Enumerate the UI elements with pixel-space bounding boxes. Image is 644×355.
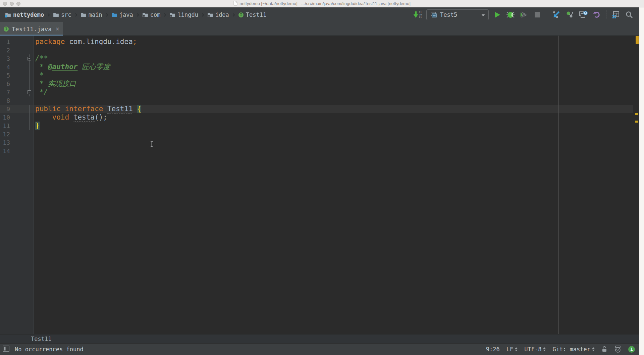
highlighting-level-hector-icon[interactable] xyxy=(614,346,622,353)
vcs-rollback-icon[interactable] xyxy=(592,10,602,20)
line-number: 3 xyxy=(3,54,10,63)
code-line-10[interactable]: void testa(); xyxy=(34,113,633,122)
code-token: package xyxy=(35,38,69,46)
line-number: 14 xyxy=(3,147,10,155)
line-number: 7 xyxy=(3,88,10,96)
code-line-2[interactable] xyxy=(34,46,633,54)
stop-icon[interactable] xyxy=(532,10,542,20)
breadcrumb-label: src xyxy=(61,11,71,18)
breadcrumb-item-nettydemo[interactable]: nettydemo xyxy=(4,11,45,19)
fold-collapse-icon[interactable] xyxy=(28,57,31,60)
code-line-8[interactable] xyxy=(34,96,633,105)
line-separator-widget[interactable]: LF xyxy=(506,346,518,353)
window-title-area: nettydemo [~/data/nettydemo] - .../src/m… xyxy=(0,0,644,7)
updown-arrows-icon xyxy=(543,347,546,351)
breadcrumb-item-test11[interactable]: ITest11 xyxy=(237,11,267,19)
minimize-window-button[interactable] xyxy=(10,2,14,6)
caret-position-widget[interactable]: 9:26 xyxy=(486,346,500,353)
code-line-6[interactable]: * 实现接口 xyxy=(34,80,633,88)
code-line-1[interactable]: package com.lingdu.idea; xyxy=(34,38,633,46)
breadcrumb-item-src[interactable]: src xyxy=(52,11,72,19)
folder-icon xyxy=(80,12,87,17)
run-icon[interactable] xyxy=(492,10,502,20)
updown-arrows-icon xyxy=(592,347,595,351)
fold-collapse-icon[interactable] xyxy=(28,90,31,94)
breadcrumb-item-com[interactable]: com xyxy=(141,11,162,19)
update-running-application-icon[interactable]: 011001 xyxy=(413,10,423,20)
editor-breadcrumb-bar: Test11 xyxy=(0,334,639,343)
window-title: nettydemo [~/data/nettydemo] - .../src/m… xyxy=(239,1,411,6)
breadcrumb-label: idea xyxy=(215,11,229,18)
code-line-11[interactable]: } xyxy=(34,122,633,130)
notification-badge[interactable]: 1 xyxy=(628,346,635,353)
close-tab-icon[interactable]: × xyxy=(56,26,59,32)
vcs-history-icon[interactable] xyxy=(578,10,588,20)
toolbar-separator xyxy=(606,10,606,19)
interface-icon: I xyxy=(238,12,244,18)
write-access-lock-icon[interactable] xyxy=(601,346,607,353)
code-token xyxy=(35,113,52,121)
code-token xyxy=(133,105,137,113)
run-with-coverage-icon[interactable] xyxy=(519,10,529,20)
chevron-separator-icon xyxy=(231,13,235,16)
fold-region-line xyxy=(29,63,30,71)
code-editor[interactable]: 1234567891011121314 package com.lingdu.i… xyxy=(0,36,639,334)
tab-test11-java[interactable]: I Test11.java × xyxy=(0,22,63,36)
line-number: 9 xyxy=(3,105,10,113)
code-token: * xyxy=(35,63,48,71)
code-line-5[interactable]: * xyxy=(34,71,633,80)
code-token: com.lingdu.idea xyxy=(69,38,133,46)
code-line-4[interactable]: * @author 匠心零度 xyxy=(34,63,633,71)
search-everywhere-icon[interactable] xyxy=(624,10,634,20)
encoding-widget[interactable]: UTF-8 xyxy=(524,346,546,353)
code-line-7[interactable]: */ xyxy=(34,88,633,96)
breadcrumb-current-element[interactable]: Test11 xyxy=(31,336,51,342)
toolwindow-toggle-icon[interactable] xyxy=(3,346,9,353)
fold-region-line xyxy=(29,105,30,113)
code-line-3[interactable]: /** xyxy=(34,54,633,63)
breadcrumb-item-lingdu[interactable]: lingdu xyxy=(168,11,199,19)
project-structure-icon[interactable] xyxy=(611,10,621,20)
code-line-14[interactable] xyxy=(34,147,633,155)
error-stripe-warning-mark[interactable] xyxy=(635,113,638,115)
git-branch-widget[interactable]: Git: master xyxy=(552,346,595,353)
breadcrumb-item-java[interactable]: java xyxy=(110,11,134,19)
gutter-row: 11 xyxy=(0,122,34,130)
debug-icon[interactable] xyxy=(505,10,516,20)
breadcrumb-item-main[interactable]: main xyxy=(79,11,103,19)
chevron-separator-icon xyxy=(201,13,204,16)
code-token: () xyxy=(95,113,103,121)
right-margin-guide xyxy=(558,36,559,334)
code-token: Test11 xyxy=(107,105,133,113)
code-token: testa xyxy=(73,113,95,121)
zoom-window-button[interactable] xyxy=(16,2,20,6)
error-stripe-status-indicator[interactable] xyxy=(636,36,639,44)
gutter-row: 14 xyxy=(0,147,34,155)
gutter-row: 12 xyxy=(0,130,34,138)
line-number: 11 xyxy=(3,122,10,130)
run-configuration-label: Test5 xyxy=(440,11,479,18)
breadcrumb-label: nettydemo xyxy=(13,11,44,18)
code-token: * 实现接口 xyxy=(35,80,76,88)
breadcrumb-item-idea[interactable]: idea xyxy=(206,11,230,19)
breadcrumb-label: main xyxy=(89,11,102,18)
chevron-separator-icon xyxy=(136,13,139,16)
vcs-commit-icon[interactable] xyxy=(565,10,575,20)
code-token: @author xyxy=(48,63,78,71)
code-line-13[interactable] xyxy=(34,138,633,147)
code-line-9[interactable]: public interface Test11 { xyxy=(34,105,633,113)
line-number: 10 xyxy=(3,113,10,122)
gutter-row: 13 xyxy=(0,138,34,147)
close-window-button[interactable] xyxy=(3,2,7,6)
code-area[interactable]: package com.lingdu.idea;/** * @author 匠心… xyxy=(34,36,633,334)
status-message: No occurrences found xyxy=(15,346,84,353)
run-configuration-select[interactable]: Test5 xyxy=(426,9,489,20)
chevron-down-icon xyxy=(481,11,485,18)
project-folder-icon xyxy=(5,12,11,17)
error-stripe-warning-mark[interactable] xyxy=(635,121,638,123)
vcs-update-icon[interactable] xyxy=(551,10,561,20)
line-number: 13 xyxy=(3,138,10,147)
chevron-separator-icon xyxy=(74,13,77,16)
code-line-12[interactable] xyxy=(34,130,633,138)
status-bar: No occurrences found 9:26 LF UTF-8 Git: … xyxy=(0,343,639,355)
